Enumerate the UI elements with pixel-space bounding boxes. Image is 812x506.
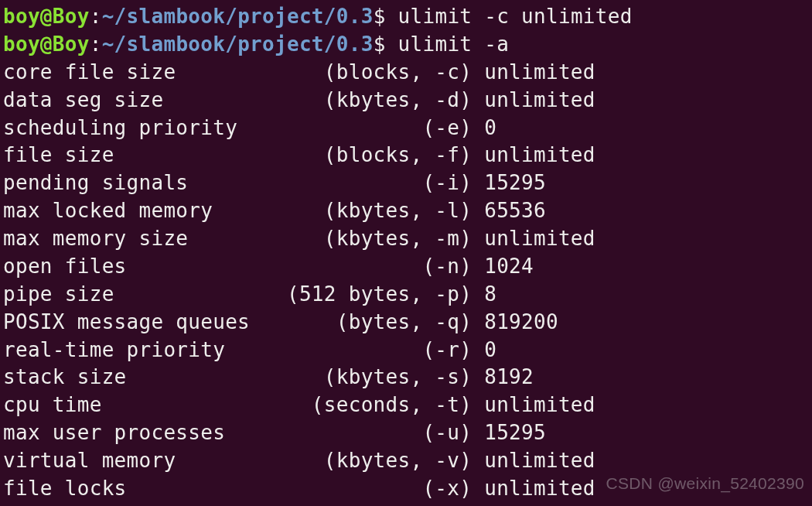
ulimit-row: pending signals (-i) 15295 [3, 169, 812, 197]
command-text: ulimit -c unlimited [398, 5, 633, 28]
prompt-dollar: $ [374, 32, 398, 56]
ulimit-row: virtual memory (kbytes, -v) unlimited [3, 447, 812, 475]
ulimit-row: scheduling priority (-e) 0 [3, 115, 812, 142]
ulimit-row: open files (-n) 1024 [3, 253, 812, 281]
prompt-separator: : [90, 32, 102, 56]
command-line-1: boy@Boy:~/slambook/project/0.3$ ulimit -… [3, 3, 812, 31]
ulimit-row: stack size (kbytes, -s) 8192 [3, 364, 812, 391]
command-text: ulimit -a [398, 32, 510, 56]
prompt-path: ~/slambook/project/0.3 [102, 32, 374, 56]
ulimit-row: file size (blocks, -f) unlimited [3, 142, 812, 169]
ulimit-row: cpu time (seconds, -t) unlimited [3, 391, 812, 419]
ulimit-row: max memory size (kbytes, -m) unlimited [3, 225, 812, 253]
ulimit-row: max user processes (-u) 15295 [3, 419, 812, 447]
prompt-user: boy@Boy [3, 5, 90, 28]
ulimit-row: core file size (blocks, -c) unlimited [3, 59, 812, 87]
ulimit-row: real-time priority (-r) 0 [3, 337, 812, 364]
ulimit-row: POSIX message queues (bytes, -q) 819200 [3, 309, 812, 337]
ulimit-row: pipe size (512 bytes, -p) 8 [3, 281, 812, 309]
command-line-2: boy@Boy:~/slambook/project/0.3$ ulimit -… [3, 31, 812, 59]
ulimit-row: max locked memory (kbytes, -l) 65536 [3, 197, 812, 225]
prompt-dollar: $ [374, 5, 398, 28]
prompt-separator: : [90, 5, 102, 28]
prompt-user: boy@Boy [3, 32, 90, 56]
watermark-text: CSDN @weixin_52402390 [606, 473, 804, 495]
ulimit-row: data seg size (kbytes, -d) unlimited [3, 87, 812, 115]
terminal-output[interactable]: boy@Boy:~/slambook/project/0.3$ ulimit -… [3, 3, 812, 503]
prompt-path: ~/slambook/project/0.3 [102, 5, 374, 28]
